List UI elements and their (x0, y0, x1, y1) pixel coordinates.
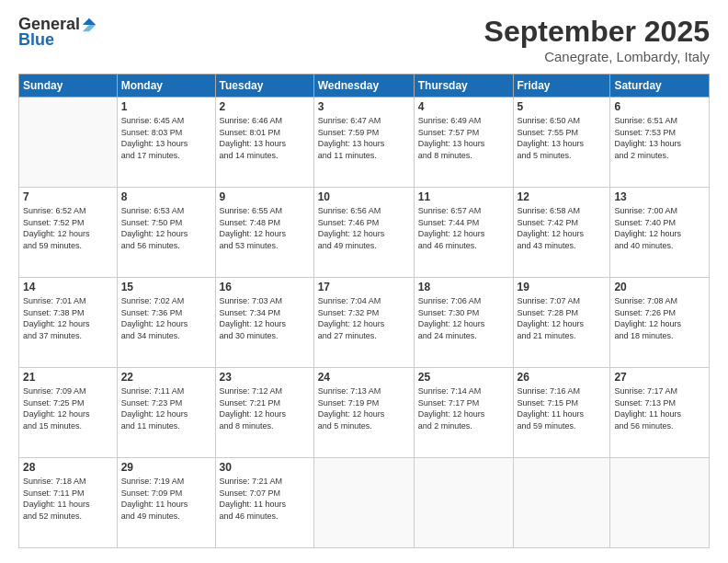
day-info: Sunrise: 7:01 AM Sunset: 7:38 PM Dayligh… (23, 295, 113, 341)
calendar-cell: 8Sunrise: 6:53 AM Sunset: 7:50 PM Daylig… (117, 188, 215, 278)
location-subtitle: Canegrate, Lombardy, Italy (484, 49, 710, 64)
calendar-cell: 18Sunrise: 7:06 AM Sunset: 7:30 PM Dayli… (414, 278, 513, 368)
day-info: Sunrise: 6:58 AM Sunset: 7:42 PM Dayligh… (518, 205, 607, 251)
day-info: Sunrise: 7:18 AM Sunset: 7:11 PM Dayligh… (23, 476, 113, 522)
day-number: 8 (121, 190, 211, 203)
col-header-thursday: Thursday (414, 75, 513, 98)
day-info: Sunrise: 7:06 AM Sunset: 7:30 PM Dayligh… (418, 295, 509, 341)
day-number: 27 (614, 371, 705, 384)
day-number: 18 (418, 281, 509, 293)
day-info: Sunrise: 7:17 AM Sunset: 7:13 PM Dayligh… (614, 385, 705, 431)
calendar-cell: 20Sunrise: 7:08 AM Sunset: 7:26 PM Dayli… (610, 278, 710, 368)
day-info: Sunrise: 7:00 AM Sunset: 7:40 PM Dayligh… (614, 205, 705, 251)
day-info: Sunrise: 7:12 AM Sunset: 7:21 PM Dayligh… (220, 385, 310, 431)
day-number: 2 (220, 100, 310, 113)
day-number: 1 (121, 100, 211, 113)
day-number: 22 (121, 371, 211, 384)
month-title: September 2025 (484, 15, 710, 49)
calendar-cell: 5Sunrise: 6:50 AM Sunset: 7:55 PM Daylig… (513, 98, 610, 188)
calendar-week-1: 1Sunrise: 6:45 AM Sunset: 8:03 PM Daylig… (19, 98, 710, 188)
calendar-table: SundayMondayTuesdayWednesdayThursdayFrid… (18, 74, 710, 548)
day-number: 30 (220, 461, 310, 474)
calendar-cell: 12Sunrise: 6:58 AM Sunset: 7:42 PM Dayli… (513, 188, 610, 278)
calendar-cell: 2Sunrise: 6:46 AM Sunset: 8:01 PM Daylig… (215, 98, 313, 188)
calendar-cell: 10Sunrise: 6:56 AM Sunset: 7:46 PM Dayli… (313, 188, 414, 278)
day-number: 14 (23, 281, 113, 293)
calendar-cell: 29Sunrise: 7:19 AM Sunset: 7:09 PM Dayli… (117, 458, 215, 548)
day-info: Sunrise: 7:08 AM Sunset: 7:26 PM Dayligh… (614, 295, 705, 341)
day-number: 7 (23, 190, 113, 203)
day-number: 9 (220, 190, 310, 203)
day-info: Sunrise: 7:14 AM Sunset: 7:17 PM Dayligh… (418, 385, 509, 431)
day-number: 28 (23, 461, 113, 474)
calendar-cell: 27Sunrise: 7:17 AM Sunset: 7:13 PM Dayli… (610, 368, 710, 458)
calendar-cell: 1Sunrise: 6:45 AM Sunset: 8:03 PM Daylig… (117, 98, 215, 188)
logo: General Blue (18, 15, 97, 50)
day-info: Sunrise: 7:13 AM Sunset: 7:19 PM Dayligh… (318, 385, 410, 431)
day-number: 4 (418, 100, 509, 113)
day-number: 11 (418, 190, 509, 203)
day-info: Sunrise: 7:03 AM Sunset: 7:34 PM Dayligh… (220, 295, 310, 341)
day-info: Sunrise: 7:04 AM Sunset: 7:32 PM Dayligh… (318, 295, 410, 341)
page: General Blue September 2025 Canegrate, L… (0, 0, 728, 563)
title-block: September 2025 Canegrate, Lombardy, Ital… (484, 15, 710, 64)
calendar-header-row: SundayMondayTuesdayWednesdayThursdayFrid… (19, 75, 710, 98)
svg-marker-0 (83, 17, 96, 24)
day-number: 21 (23, 371, 113, 384)
calendar-cell: 9Sunrise: 6:55 AM Sunset: 7:48 PM Daylig… (215, 188, 313, 278)
day-info: Sunrise: 7:11 AM Sunset: 7:23 PM Dayligh… (121, 385, 211, 431)
day-info: Sunrise: 7:19 AM Sunset: 7:09 PM Dayligh… (121, 476, 211, 522)
calendar-cell (513, 458, 610, 548)
calendar-cell: 7Sunrise: 6:52 AM Sunset: 7:52 PM Daylig… (19, 188, 118, 278)
day-number: 5 (518, 100, 607, 113)
logo-blue-text: Blue (18, 30, 54, 50)
calendar-cell (610, 458, 710, 548)
calendar-week-5: 28Sunrise: 7:18 AM Sunset: 7:11 PM Dayli… (19, 458, 710, 548)
calendar-cell: 16Sunrise: 7:03 AM Sunset: 7:34 PM Dayli… (215, 278, 313, 368)
col-header-monday: Monday (117, 75, 215, 98)
calendar-cell: 28Sunrise: 7:18 AM Sunset: 7:11 PM Dayli… (19, 458, 118, 548)
day-info: Sunrise: 6:46 AM Sunset: 8:01 PM Dayligh… (220, 115, 310, 161)
day-number: 16 (220, 281, 310, 293)
day-info: Sunrise: 6:52 AM Sunset: 7:52 PM Dayligh… (23, 205, 113, 251)
col-header-saturday: Saturday (610, 75, 710, 98)
day-number: 29 (121, 461, 211, 474)
calendar-week-3: 14Sunrise: 7:01 AM Sunset: 7:38 PM Dayli… (19, 278, 710, 368)
calendar-cell: 6Sunrise: 6:51 AM Sunset: 7:53 PM Daylig… (610, 98, 710, 188)
day-info: Sunrise: 7:07 AM Sunset: 7:28 PM Dayligh… (518, 295, 607, 341)
day-number: 3 (318, 100, 410, 113)
day-info: Sunrise: 6:53 AM Sunset: 7:50 PM Dayligh… (121, 205, 211, 251)
calendar-cell: 3Sunrise: 6:47 AM Sunset: 7:59 PM Daylig… (313, 98, 414, 188)
day-number: 19 (518, 281, 607, 293)
calendar-cell: 24Sunrise: 7:13 AM Sunset: 7:19 PM Dayli… (313, 368, 414, 458)
calendar-cell: 4Sunrise: 6:49 AM Sunset: 7:57 PM Daylig… (414, 98, 513, 188)
day-info: Sunrise: 6:55 AM Sunset: 7:48 PM Dayligh… (220, 205, 310, 251)
day-number: 12 (518, 190, 607, 203)
day-info: Sunrise: 6:51 AM Sunset: 7:53 PM Dayligh… (614, 115, 705, 161)
day-number: 17 (318, 281, 410, 293)
header: General Blue September 2025 Canegrate, L… (18, 15, 710, 64)
day-number: 24 (318, 371, 410, 384)
calendar-cell: 25Sunrise: 7:14 AM Sunset: 7:17 PM Dayli… (414, 368, 513, 458)
calendar-cell: 30Sunrise: 7:21 AM Sunset: 7:07 PM Dayli… (215, 458, 313, 548)
calendar-cell: 22Sunrise: 7:11 AM Sunset: 7:23 PM Dayli… (117, 368, 215, 458)
day-number: 26 (518, 371, 607, 384)
day-number: 23 (220, 371, 310, 384)
calendar-cell: 23Sunrise: 7:12 AM Sunset: 7:21 PM Dayli… (215, 368, 313, 458)
calendar-cell: 13Sunrise: 7:00 AM Sunset: 7:40 PM Dayli… (610, 188, 710, 278)
col-header-wednesday: Wednesday (313, 75, 414, 98)
day-info: Sunrise: 6:49 AM Sunset: 7:57 PM Dayligh… (418, 115, 509, 161)
calendar-cell: 26Sunrise: 7:16 AM Sunset: 7:15 PM Dayli… (513, 368, 610, 458)
col-header-friday: Friday (513, 75, 610, 98)
day-info: Sunrise: 6:50 AM Sunset: 7:55 PM Dayligh… (518, 115, 607, 161)
day-info: Sunrise: 6:45 AM Sunset: 8:03 PM Dayligh… (121, 115, 211, 161)
day-number: 6 (614, 100, 705, 113)
calendar-cell (19, 98, 118, 188)
day-info: Sunrise: 7:09 AM Sunset: 7:25 PM Dayligh… (23, 385, 113, 431)
day-info: Sunrise: 6:56 AM Sunset: 7:46 PM Dayligh… (318, 205, 410, 251)
calendar-cell (414, 458, 513, 548)
svg-marker-1 (83, 25, 96, 31)
day-info: Sunrise: 7:21 AM Sunset: 7:07 PM Dayligh… (220, 476, 310, 522)
calendar-week-4: 21Sunrise: 7:09 AM Sunset: 7:25 PM Dayli… (19, 368, 710, 458)
logo-icon (81, 17, 97, 33)
